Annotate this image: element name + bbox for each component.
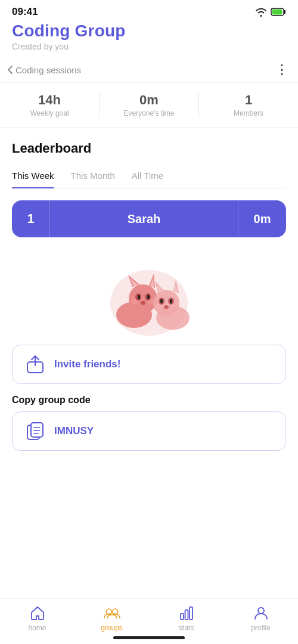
svg-point-18	[153, 290, 179, 316]
groups-icon	[104, 605, 120, 621]
stat-label-1: Everyone's time	[100, 109, 198, 117]
group-subtitle: Created by you	[0, 42, 298, 57]
group-title: Coding Group	[0, 21, 298, 42]
svg-point-41	[258, 608, 264, 614]
stat-weekly-goal: 14h Weekly goal	[0, 92, 100, 117]
svg-rect-38	[181, 614, 184, 620]
nav-home[interactable]: home	[20, 605, 55, 632]
illustration-area	[0, 249, 298, 345]
bottom-nav: home groups stats	[0, 598, 298, 644]
svg-point-11	[138, 295, 140, 299]
invite-label: Invite friends!	[54, 358, 120, 370]
wifi-icon	[255, 8, 267, 17]
svg-rect-39	[185, 610, 188, 620]
svg-rect-1	[284, 10, 286, 14]
back-icon	[7, 65, 13, 75]
back-label: Coding sessions	[15, 65, 81, 75]
svg-point-14	[141, 301, 145, 305]
svg-point-29	[170, 304, 176, 308]
stat-value-1: 0m	[100, 92, 198, 108]
back-button[interactable]: Coding sessions	[7, 65, 81, 75]
leaderboard-section: Leaderboard This Week This Month All Tim…	[0, 128, 298, 237]
leaderboard-row: 1 Sarah 0m	[12, 200, 286, 237]
svg-rect-32	[31, 423, 43, 437]
top-nav: Coding sessions ⋮	[0, 57, 298, 83]
share-icon	[24, 354, 46, 375]
svg-rect-40	[190, 607, 193, 620]
svg-point-37	[112, 609, 117, 614]
stats-row: 14h Weekly goal 0m Everyone's time 1 Mem…	[0, 83, 298, 128]
status-icons	[255, 8, 286, 17]
tab-this-month[interactable]: This Month	[71, 166, 115, 188]
player-name: Sarah	[50, 200, 238, 237]
stat-value-0: 14h	[0, 92, 99, 108]
stat-label-2: Members	[199, 109, 298, 117]
rank-badge: 1	[12, 200, 50, 237]
copy-title: Copy group code	[12, 395, 286, 405]
battery-icon	[271, 8, 286, 16]
svg-point-26	[170, 299, 172, 304]
tab-this-week[interactable]: This Week	[12, 166, 54, 188]
copy-icon	[24, 420, 46, 442]
copy-section: Copy group code IMNUSY	[0, 395, 298, 460]
svg-point-28	[156, 304, 162, 308]
svg-point-24	[160, 299, 163, 304]
nav-groups-label: groups	[101, 624, 123, 632]
nav-profile[interactable]: profile	[243, 605, 279, 632]
stat-label-0: Weekly goal	[0, 109, 99, 117]
more-button[interactable]: ⋮	[275, 62, 288, 78]
stat-value-2: 1	[199, 92, 298, 108]
nav-profile-label: profile	[251, 624, 271, 632]
nav-groups[interactable]: groups	[94, 605, 130, 632]
profile-icon	[253, 605, 269, 621]
leaderboard-tabs: This Week This Month All Time	[12, 166, 286, 188]
status-time: 09:41	[12, 6, 38, 18]
player-time: 0m	[238, 200, 286, 237]
svg-point-15	[131, 299, 138, 304]
home-icon	[29, 605, 46, 621]
svg-point-27	[164, 305, 169, 309]
stat-members: 1 Members	[199, 92, 298, 117]
cats-illustration	[95, 249, 203, 339]
nav-stats-label: stats	[179, 624, 194, 632]
group-code: IMNUSY	[54, 425, 94, 437]
svg-point-13	[147, 295, 150, 299]
invite-friends-button[interactable]: Invite friends!	[12, 345, 286, 384]
status-bar: 09:41	[0, 0, 298, 21]
copy-code-button[interactable]: IMNUSY	[12, 411, 286, 451]
tab-all-time[interactable]: All Time	[132, 166, 163, 188]
svg-point-5	[129, 284, 157, 313]
nav-home-label: home	[28, 624, 46, 632]
nav-stats[interactable]: stats	[169, 605, 204, 632]
svg-rect-2	[272, 10, 283, 15]
svg-point-36	[106, 609, 111, 614]
stats-icon	[178, 605, 195, 621]
leaderboard-title: Leaderboard	[12, 141, 286, 156]
stat-everyones-time: 0m Everyone's time	[100, 92, 199, 117]
